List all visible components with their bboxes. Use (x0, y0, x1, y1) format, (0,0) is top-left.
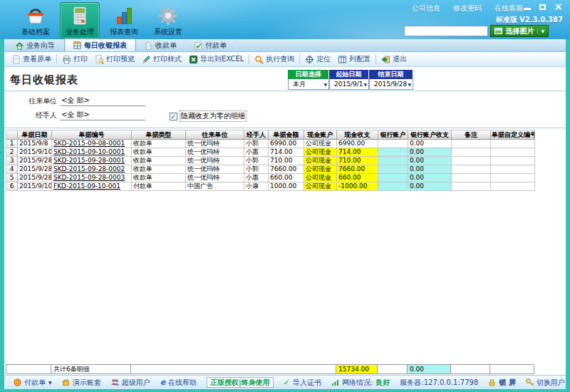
header-unit[interactable]: 往来单位 (186, 130, 244, 140)
checkbox-checked-icon[interactable]: ✓ (170, 113, 177, 120)
tab-payment-form[interactable]: 付款单 (186, 40, 236, 51)
cell-doc-no-link[interactable]: SKD-2015-09-28-0002 (52, 165, 132, 174)
cell-cash-flow: 710.00 (337, 157, 378, 165)
close-icon[interactable]: × (554, 3, 563, 11)
cell-doc-date: 2015/9/10 (18, 182, 52, 191)
cell-doc-no-link[interactable]: SKD-2015-09-08-0001 (52, 140, 132, 148)
demo-account-item[interactable]: 演示账套 (57, 378, 106, 388)
report-content: 每日收银报表 日期选择 起始日期 结束日期 本月 ▼ 2015/9/1 ▼ (4, 67, 566, 375)
titlebar-links: 公司信息 修改密码 在线客服 (412, 4, 523, 14)
tab-business-wizard[interactable]: 业务向导 (7, 40, 64, 51)
excel-icon (189, 55, 198, 64)
start-date-select[interactable]: 2015/9/1 ▼ (329, 79, 369, 90)
chevron-down-icon: ▼ (323, 82, 327, 87)
cell-doc-no-link[interactable]: FKD-2015-09-10-001 (52, 182, 132, 191)
online-service-link[interactable]: 在线客服 (494, 4, 523, 14)
cell-doc-no-link[interactable]: SKD-2015-09-28-0003 (52, 174, 132, 182)
chevron-down-icon: ▼ (48, 380, 52, 385)
report-grid-icon (73, 41, 81, 49)
nav-item-system-settings[interactable]: 系统设置 (148, 2, 188, 39)
locate-button[interactable]: 定位 (301, 53, 334, 66)
calculator-icon (69, 5, 90, 26)
network-label: 网络情况: (342, 378, 373, 388)
exit-icon (381, 55, 390, 64)
cell-handler: 小惠 (244, 174, 269, 182)
cell-doc-no-link[interactable]: SKD-2015-09-28-0001 (52, 157, 132, 165)
cell-amount: 714.00 (269, 148, 304, 157)
header-cash-account[interactable]: 现金账户 (304, 130, 337, 140)
date-mode-value: 本月 (293, 80, 306, 89)
header-amount[interactable]: 单据金额 (269, 130, 304, 140)
export-excel-button[interactable]: 导出到EXCEL (185, 53, 247, 66)
cell-handler: 小康 (244, 182, 269, 191)
nav-item-report-query[interactable]: 报表查询 (104, 2, 144, 39)
header-handler[interactable]: 经手人 (244, 130, 269, 140)
print-preview-button[interactable]: 打印预览 (91, 53, 138, 66)
unit-filter-value[interactable]: <全 部> (60, 96, 145, 106)
chevron-down-icon[interactable]: ▼ (537, 29, 544, 33)
print-button[interactable]: 打印 (58, 53, 91, 66)
tab-label: 每日收银报表 (84, 41, 127, 51)
payment-form-button[interactable]: 付款单 ▼ (9, 378, 57, 388)
super-user-item[interactable]: 超级用户 (106, 378, 155, 388)
minimize-icon[interactable] (522, 3, 532, 11)
print-preview-icon (95, 55, 104, 64)
cell-row-num: 3 (6, 157, 18, 165)
import-cert-item[interactable]: ✓ 导入证书 (279, 378, 326, 388)
maximize-icon[interactable] (538, 3, 547, 11)
end-date-select[interactable]: 2015/9/28 ▼ (369, 79, 413, 90)
cell-cash-account: 公司现金 (304, 182, 337, 191)
tab-receipt-form[interactable]: 收款单 (136, 40, 186, 51)
hide-zero-checkbox-group[interactable]: ✓ 隐藏收支为零的明细 (170, 110, 247, 122)
cell-row-num: 6 (6, 182, 18, 191)
cell-cash-account: 公司现金 (304, 174, 337, 182)
cell-amount: 710.00 (269, 157, 304, 165)
nav-item-business-active[interactable]: 业务处理 (60, 2, 100, 39)
cell-bank-account (378, 182, 408, 191)
header-bank-flow[interactable]: 银行账户收支 (408, 130, 452, 140)
filter-box: 往来单位 <全 部> 经手人 <全 部> ✓ 隐藏收支为零的明细 (4, 91, 566, 128)
print-style-button[interactable]: 打印样式 (138, 53, 185, 66)
cell-note (452, 165, 491, 174)
header-doc-type[interactable]: 单据类型 (132, 130, 186, 140)
lock-screen-button[interactable]: 锁 屏 (483, 378, 520, 388)
search-icon (254, 55, 264, 64)
column-config-button[interactable]: 列配置 (334, 53, 374, 66)
pick-image-button[interactable]: 选择图片 ▼ (490, 25, 549, 37)
cell-doc-date: 2015/9/28 (18, 157, 52, 165)
basket-icon (25, 5, 46, 26)
header-doc-date[interactable]: 单据日期 (18, 130, 52, 140)
table-body: 1 2015/9/8 SKD-2015-09-08-0001 收款单 统一优玛特… (6, 140, 535, 191)
run-query-button[interactable]: 执行查询 (251, 53, 298, 66)
tab-label: 付款单 (205, 41, 227, 51)
cell-bank-account (378, 165, 408, 174)
summary-blank (490, 364, 534, 374)
summary-cash-total: 15734.00 (336, 364, 378, 374)
company-info-link[interactable]: 公司信息 (412, 4, 440, 14)
header-note[interactable]: 备注 (452, 130, 491, 140)
version-line: 标准版 V2.3.0.387 (496, 15, 563, 25)
header-doc-no[interactable]: 单据编号 (52, 130, 132, 140)
cell-custom-no (491, 182, 535, 191)
document-icon (145, 42, 152, 50)
header-custom-no[interactable]: 单据自定义编号 (491, 130, 535, 140)
tab-daily-cashier-report[interactable]: 每日收银报表 (64, 38, 136, 51)
cell-doc-no-link[interactable]: SKD-2015-09-10-0001 (52, 148, 132, 157)
unit-filter-row: 往来单位 <全 部> (14, 96, 145, 106)
switch-user-button[interactable]: 切换用户 (521, 378, 570, 388)
nav-item-base-archives[interactable]: 基础档案 (16, 2, 56, 39)
handler-filter-value[interactable]: <全 部> (60, 110, 145, 120)
cell-cash-flow: 6990.00 (337, 140, 378, 148)
header-cash-flow[interactable]: 现金收支 (337, 130, 378, 140)
main-nav: 基础档案 业务处理 (16, 2, 192, 39)
exit-button[interactable]: 退出 (378, 53, 410, 66)
view-original-button[interactable]: 查看原单 (8, 53, 55, 66)
image-search-input[interactable] (404, 26, 488, 36)
online-help-item[interactable]: e 在线帮助 (155, 378, 202, 388)
cell-doc-date: 2015/9/28 (18, 165, 52, 174)
header-bank-account[interactable]: 银行账户 (378, 130, 408, 140)
network-status-item: 网络情况:良好 (326, 378, 395, 388)
date-mode-select[interactable]: 本月 ▼ (288, 79, 329, 90)
status-bar: 付款单 ▼ 演示账套 超级用户 e 在线帮助 正版授权|终身使用 (4, 375, 566, 389)
change-password-link[interactable]: 修改密码 (453, 4, 482, 14)
